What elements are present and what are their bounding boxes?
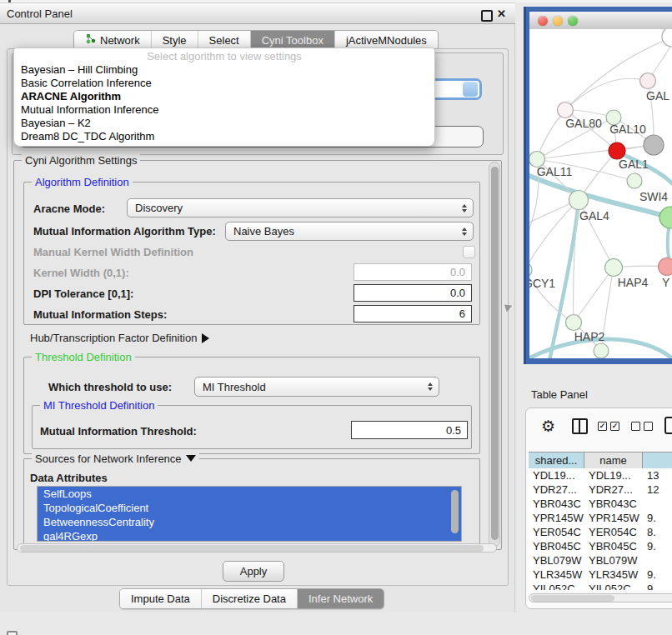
- mi-threshold-group-title: MI Threshold Definition: [40, 399, 158, 412]
- mi-threshold-field[interactable]: 0.5: [351, 421, 468, 439]
- network-node-bottom-node[interactable]: [594, 343, 609, 358]
- network-node-pink-top[interactable]: [640, 73, 656, 89]
- network-icon: [85, 33, 96, 47]
- which-threshold-combo[interactable]: MI Threshold: [194, 377, 439, 397]
- settings-vertical-scrollbar[interactable]: [489, 162, 500, 547]
- table-row[interactable]: YBR045CYBR045C9.: [529, 539, 672, 553]
- sources-group-title: Sources for Network Inference: [32, 452, 199, 465]
- table-cell: 9.: [643, 511, 672, 525]
- network-node-gal4[interactable]: [569, 191, 589, 210]
- column-header-name[interactable]: name: [584, 452, 643, 469]
- partial-button-icon[interactable]: [664, 417, 672, 434]
- network-node-hap2[interactable]: [566, 315, 582, 331]
- tab-jactivemnodules[interactable]: jActiveMNodules: [335, 31, 438, 49]
- manual-kernel-label: Manual Kernel Width Definition: [33, 246, 193, 258]
- tab-impute-data[interactable]: Impute Data: [120, 589, 202, 608]
- mi-steps-value: 6: [459, 308, 465, 320]
- table-row[interactable]: YPR145WYPR145W9.: [529, 511, 672, 525]
- network-edge: [537, 110, 565, 159]
- table-row[interactable]: YER054CYER054C8.: [529, 525, 672, 539]
- float-window-icon[interactable]: [481, 10, 493, 22]
- collapse-down-icon[interactable]: [186, 455, 196, 462]
- table-cell: [643, 497, 672, 511]
- table-row[interactable]: YBL079WYBL079W: [529, 553, 672, 568]
- network-node-green-right[interactable]: [659, 207, 672, 228]
- table-cell: YBL079W: [584, 553, 643, 568]
- table-toolbar: ⚙ ✓ ✓: [526, 415, 672, 442]
- checked-checkbox-icon[interactable]: ✓: [598, 422, 607, 431]
- node-label-gal4: GAL4: [579, 209, 609, 222]
- dropdown-item-dream8-dc-tdc-algorithm[interactable]: Dream8 DC_TDC Algorithm: [14, 130, 434, 143]
- table-row[interactable]: YIL052CYIL052C9.: [529, 582, 672, 590]
- settings-vscroll-thumb[interactable]: [491, 167, 499, 540]
- tab-infer-network[interactable]: Infer Network: [298, 589, 384, 608]
- dropdown-item-basic-correlation-inference[interactable]: Basic Correlation Inference: [14, 77, 434, 90]
- tab-style[interactable]: Style: [152, 31, 198, 49]
- node-label-swi4: SWI4: [639, 190, 668, 203]
- table-cell: YLR345W: [584, 568, 643, 582]
- combo-arrows-icon: [462, 228, 467, 236]
- network-node-salmon-right[interactable]: [659, 258, 672, 276]
- network-node-gray-node[interactable]: [644, 135, 664, 155]
- table-row[interactable]: YDL19...YDL19...13: [529, 468, 672, 482]
- table-horizontal-scrollbar[interactable]: [529, 593, 672, 602]
- mi-algorithm-type-label: Mutual Information Algorithm Type:: [33, 225, 216, 238]
- unchecked-checkbox-icon[interactable]: [631, 422, 640, 431]
- settings-hscroll-thumb[interactable]: [20, 545, 484, 552]
- which-threshold-value: MI Threshold: [203, 381, 266, 393]
- network-node-gal80[interactable]: [558, 102, 574, 118]
- attribute-item-betweennesscentrality[interactable]: BetweennessCentrality: [38, 515, 461, 529]
- attribute-item-gal4rgexp[interactable]: gal4RGexp: [38, 529, 461, 542]
- network-node-gal1[interactable]: [609, 142, 625, 159]
- close-light[interactable]: [538, 16, 548, 26]
- tab-label: Select: [209, 34, 239, 47]
- tab-network[interactable]: Network: [74, 31, 152, 49]
- table-cell: 12: [643, 482, 672, 497]
- mi-algorithm-type-combo[interactable]: Naive Bayes: [225, 222, 474, 241]
- network-window-titlebar[interactable]: [529, 12, 672, 30]
- table-cell: 9.: [643, 539, 672, 553]
- attribute-item-selfloops[interactable]: SelfLoops: [38, 487, 461, 501]
- table-row[interactable]: YDR27...YDR27...12: [529, 482, 672, 497]
- network-canvas[interactable]: GALGAL80GAL10GAL1GAL11SWI4GAL4GCY1HAP4YH…: [529, 29, 672, 358]
- table-cell: YDL19...: [529, 468, 584, 482]
- table-hscroll-thumb[interactable]: [531, 595, 614, 602]
- minimize-light[interactable]: [553, 16, 563, 26]
- dropdown-item-bayesian-hill-climbing[interactable]: Bayesian – Hill Climbing: [14, 63, 434, 77]
- network-node-gcy1[interactable]: [529, 262, 532, 278]
- apply-button[interactable]: Apply: [223, 561, 284, 582]
- node-label-gal11: GAL11: [537, 165, 573, 178]
- node-label-gal80: GAL80: [565, 117, 602, 130]
- mi-steps-field[interactable]: 6: [354, 305, 472, 322]
- settings-horizontal-scrollbar[interactable]: [17, 543, 497, 552]
- aracne-mode-value: Discovery: [135, 202, 183, 214]
- column-header-cut[interactable]: [643, 452, 672, 469]
- table-cell: [643, 553, 672, 568]
- network-node-swi4[interactable]: [627, 173, 642, 188]
- dropdown-item-mutual-information-inference[interactable]: Mutual Information Inference: [14, 103, 434, 117]
- attributes-list-scrollbar[interactable]: [451, 490, 459, 533]
- dropdown-item-bayesian-k2[interactable]: Bayesian – K2: [14, 117, 434, 130]
- table-row[interactable]: YBR043CYBR043C: [529, 497, 672, 511]
- network-node-hap4[interactable]: [605, 259, 623, 277]
- split-columns-icon[interactable]: [572, 418, 588, 434]
- tab-discretize-data[interactable]: Discretize Data: [202, 589, 298, 608]
- tab-select[interactable]: Select: [198, 31, 251, 49]
- close-icon[interactable]: ✕: [497, 8, 506, 20]
- table-row[interactable]: YLR345WYLR345W9.: [529, 568, 672, 582]
- dropdown-item-aracne-algorithm[interactable]: ARACNE Algorithm: [14, 90, 434, 103]
- tab-cyni-toolbox[interactable]: Cyni Toolbox: [251, 31, 335, 49]
- network-node-top-arc[interactable]: [662, 29, 672, 47]
- column-header-shared[interactable]: shared...: [529, 452, 584, 469]
- unchecked-checkbox-icon[interactable]: [644, 422, 653, 431]
- hub-definition-toggle[interactable]: Hub/Transcription Factor Definition: [30, 332, 209, 344]
- checked-checkbox-icon[interactable]: ✓: [610, 422, 619, 431]
- bottom-tab-bar: Impute DataDiscretize DataInfer Network: [119, 588, 384, 609]
- dpi-tolerance-field[interactable]: 0.0: [354, 284, 472, 302]
- aracne-mode-combo[interactable]: Discovery: [127, 198, 474, 218]
- gear-icon[interactable]: ⚙: [541, 417, 555, 436]
- dpi-tolerance-value: 0.0: [450, 287, 465, 299]
- table-cell: 8.: [643, 525, 672, 539]
- attribute-item-topologicalcoefficient[interactable]: TopologicalCoefficient: [38, 501, 461, 515]
- zoom-light[interactable]: [568, 16, 578, 26]
